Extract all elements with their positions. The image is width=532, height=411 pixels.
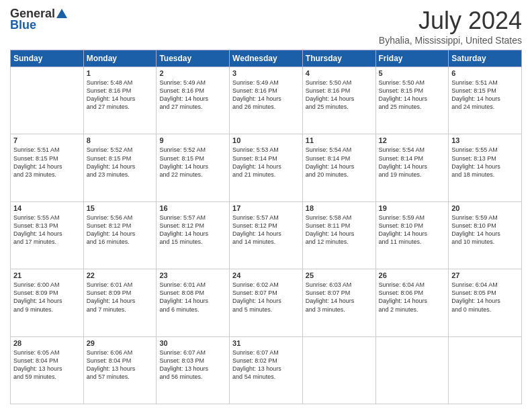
table-row: 8Sunrise: 5:52 AM Sunset: 8:15 PM Daylig… (83, 134, 157, 201)
day-details: Sunrise: 5:55 AM Sunset: 8:13 PM Dayligh… (13, 214, 81, 246)
calendar-week-row: 7Sunrise: 5:51 AM Sunset: 8:15 PM Daylig… (11, 134, 522, 201)
day-details: Sunrise: 5:59 AM Sunset: 8:10 PM Dayligh… (379, 214, 446, 246)
col-monday: Monday (83, 50, 157, 67)
day-details: Sunrise: 6:04 AM Sunset: 8:06 PM Dayligh… (379, 281, 446, 314)
day-number: 14 (13, 204, 81, 212)
day-number: 23 (159, 271, 226, 279)
day-details: Sunrise: 5:51 AM Sunset: 8:15 PM Dayligh… (13, 146, 81, 179)
day-details: Sunrise: 5:52 AM Sunset: 8:15 PM Dayligh… (159, 146, 226, 179)
calendar-week-row: 14Sunrise: 5:55 AM Sunset: 8:13 PM Dayli… (11, 201, 522, 269)
day-number: 31 (232, 339, 300, 347)
table-row (449, 336, 522, 404)
day-details: Sunrise: 6:05 AM Sunset: 8:04 PM Dayligh… (13, 349, 81, 381)
day-number: 19 (379, 204, 446, 212)
day-number: 1 (87, 69, 154, 77)
table-row: 9Sunrise: 5:52 AM Sunset: 8:15 PM Daylig… (157, 134, 230, 201)
day-number: 3 (232, 69, 300, 77)
table-row: 10Sunrise: 5:53 AM Sunset: 8:14 PM Dayli… (230, 134, 303, 201)
calendar-table: Sunday Monday Tuesday Wednesday Thursday… (10, 50, 522, 404)
day-number: 2 (159, 69, 226, 77)
table-row: 5Sunrise: 5:50 AM Sunset: 8:15 PM Daylig… (375, 67, 449, 134)
col-tuesday: Tuesday (157, 50, 230, 67)
month-title: July 2024 (379, 7, 522, 35)
calendar-week-row: 28Sunrise: 6:05 AM Sunset: 8:04 PM Dayli… (11, 336, 522, 404)
day-number: 22 (87, 271, 154, 279)
logo: General Blue (10, 7, 68, 32)
day-details: Sunrise: 6:07 AM Sunset: 8:02 PM Dayligh… (232, 349, 300, 381)
day-details: Sunrise: 6:06 AM Sunset: 8:04 PM Dayligh… (87, 349, 154, 381)
day-details: Sunrise: 5:57 AM Sunset: 8:12 PM Dayligh… (159, 214, 226, 246)
day-number: 17 (232, 204, 300, 212)
day-number: 16 (159, 204, 226, 212)
day-details: Sunrise: 6:07 AM Sunset: 8:03 PM Dayligh… (159, 349, 226, 381)
table-row: 30Sunrise: 6:07 AM Sunset: 8:03 PM Dayli… (157, 336, 230, 404)
day-details: Sunrise: 6:01 AM Sunset: 8:08 PM Dayligh… (159, 281, 226, 314)
day-details: Sunrise: 6:04 AM Sunset: 8:05 PM Dayligh… (451, 281, 519, 314)
table-row: 29Sunrise: 6:06 AM Sunset: 8:04 PM Dayli… (83, 336, 157, 404)
day-details: Sunrise: 5:56 AM Sunset: 8:12 PM Dayligh… (87, 214, 154, 246)
col-friday: Friday (375, 50, 449, 67)
table-row: 16Sunrise: 5:57 AM Sunset: 8:12 PM Dayli… (157, 201, 230, 269)
calendar-week-row: 21Sunrise: 6:00 AM Sunset: 8:09 PM Dayli… (11, 269, 522, 336)
table-row: 31Sunrise: 6:07 AM Sunset: 8:02 PM Dayli… (230, 336, 303, 404)
table-row: 27Sunrise: 6:04 AM Sunset: 8:05 PM Dayli… (449, 269, 522, 336)
table-row: 6Sunrise: 5:51 AM Sunset: 8:15 PM Daylig… (449, 67, 522, 134)
day-number: 18 (306, 204, 373, 212)
col-wednesday: Wednesday (230, 50, 303, 67)
day-details: Sunrise: 5:50 AM Sunset: 8:16 PM Dayligh… (306, 79, 373, 111)
title-area: July 2024 Byhalia, Mississippi, United S… (379, 7, 522, 46)
table-row: 1Sunrise: 5:48 AM Sunset: 8:16 PM Daylig… (83, 67, 157, 134)
day-details: Sunrise: 5:54 AM Sunset: 8:14 PM Dayligh… (306, 146, 373, 179)
table-row: 2Sunrise: 5:49 AM Sunset: 8:16 PM Daylig… (157, 67, 230, 134)
day-number: 29 (87, 339, 154, 347)
day-number: 21 (13, 271, 81, 279)
table-row: 15Sunrise: 5:56 AM Sunset: 8:12 PM Dayli… (83, 201, 157, 269)
day-details: Sunrise: 5:54 AM Sunset: 8:14 PM Dayligh… (379, 146, 446, 179)
day-details: Sunrise: 5:53 AM Sunset: 8:14 PM Dayligh… (232, 146, 300, 179)
table-row (11, 67, 84, 134)
day-number: 10 (232, 136, 300, 144)
day-details: Sunrise: 6:03 AM Sunset: 8:07 PM Dayligh… (306, 281, 373, 314)
day-details: Sunrise: 5:59 AM Sunset: 8:10 PM Dayligh… (451, 214, 519, 246)
day-number: 7 (13, 136, 81, 144)
day-number: 13 (451, 136, 519, 144)
table-row (375, 336, 449, 404)
table-row: 20Sunrise: 5:59 AM Sunset: 8:10 PM Dayli… (449, 201, 522, 269)
day-number: 6 (451, 69, 519, 77)
day-details: Sunrise: 6:01 AM Sunset: 8:09 PM Dayligh… (87, 281, 154, 314)
day-details: Sunrise: 6:02 AM Sunset: 8:07 PM Dayligh… (232, 281, 300, 314)
day-number: 5 (379, 69, 446, 77)
table-row: 7Sunrise: 5:51 AM Sunset: 8:15 PM Daylig… (11, 134, 84, 201)
table-row: 28Sunrise: 6:05 AM Sunset: 8:04 PM Dayli… (11, 336, 84, 404)
day-number: 8 (87, 136, 154, 144)
logo-blue-text: Blue (10, 18, 36, 32)
table-row: 23Sunrise: 6:01 AM Sunset: 8:08 PM Dayli… (157, 269, 230, 336)
day-number: 11 (306, 136, 373, 144)
day-number: 4 (306, 69, 373, 77)
table-row: 12Sunrise: 5:54 AM Sunset: 8:14 PM Dayli… (375, 134, 449, 201)
table-row: 19Sunrise: 5:59 AM Sunset: 8:10 PM Dayli… (375, 201, 449, 269)
col-thursday: Thursday (302, 50, 375, 67)
day-number: 25 (306, 271, 373, 279)
table-row: 26Sunrise: 6:04 AM Sunset: 8:06 PM Dayli… (375, 269, 449, 336)
table-row: 24Sunrise: 6:02 AM Sunset: 8:07 PM Dayli… (230, 269, 303, 336)
table-row: 3Sunrise: 5:49 AM Sunset: 8:16 PM Daylig… (230, 67, 303, 134)
svg-marker-0 (56, 9, 67, 18)
day-details: Sunrise: 5:52 AM Sunset: 8:15 PM Dayligh… (87, 146, 154, 179)
day-details: Sunrise: 5:50 AM Sunset: 8:15 PM Dayligh… (379, 79, 446, 111)
table-row: 17Sunrise: 5:57 AM Sunset: 8:12 PM Dayli… (230, 201, 303, 269)
col-saturday: Saturday (449, 50, 522, 67)
table-row: 18Sunrise: 5:58 AM Sunset: 8:11 PM Dayli… (302, 201, 375, 269)
day-details: Sunrise: 5:58 AM Sunset: 8:11 PM Dayligh… (306, 214, 373, 246)
day-number: 30 (159, 339, 226, 347)
day-details: Sunrise: 5:49 AM Sunset: 8:16 PM Dayligh… (159, 79, 226, 111)
day-details: Sunrise: 5:51 AM Sunset: 8:15 PM Dayligh… (451, 79, 519, 111)
table-row (302, 336, 375, 404)
day-number: 12 (379, 136, 446, 144)
table-row: 4Sunrise: 5:50 AM Sunset: 8:16 PM Daylig… (302, 67, 375, 134)
day-details: Sunrise: 6:00 AM Sunset: 8:09 PM Dayligh… (13, 281, 81, 314)
header: General Blue July 2024 Byhalia, Mississi… (10, 7, 522, 46)
day-number: 27 (451, 271, 519, 279)
day-number: 28 (13, 339, 81, 347)
logo-icon (56, 7, 68, 19)
